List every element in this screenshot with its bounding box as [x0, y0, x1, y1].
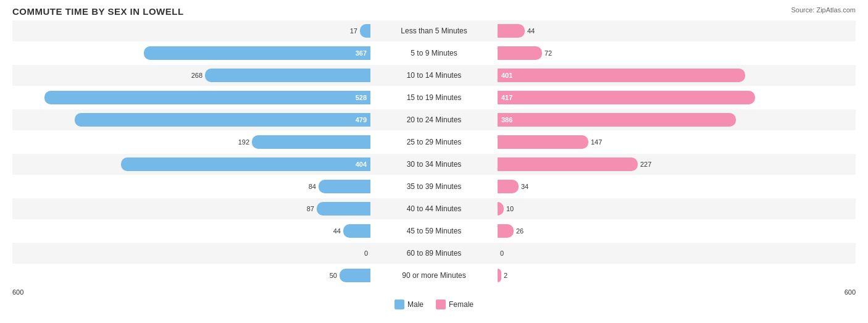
female-value-inside: 417 — [501, 94, 512, 101]
bar-row: 060 to 89 Minutes0 — [12, 243, 856, 264]
row-label: 20 to 24 Minutes — [370, 115, 498, 124]
female-side: 26 — [498, 220, 856, 241]
male-value-outside: 44 — [325, 227, 341, 235]
row-label: 5 to 9 Minutes — [370, 49, 498, 57]
legend-male-box — [394, 300, 404, 309]
legend-male: Male — [394, 300, 424, 309]
male-side: 479 — [12, 109, 370, 130]
female-bar — [498, 46, 542, 60]
female-value-inside: 386 — [501, 116, 512, 124]
female-bar: 386 — [498, 113, 736, 127]
male-bar: 404 — [121, 157, 370, 171]
female-value-inside: 401 — [501, 72, 512, 79]
legend-female-label: Female — [449, 300, 474, 309]
row-label: 45 to 59 Minutes — [370, 227, 498, 235]
male-side: 50 — [12, 265, 370, 286]
bar-row: 40430 to 34 Minutes227 — [12, 154, 856, 175]
male-bar: 479 — [75, 113, 370, 127]
female-bar — [498, 224, 514, 238]
row-label: 25 to 29 Minutes — [370, 138, 498, 146]
bar-row: 52815 to 19 Minutes417 — [12, 87, 856, 108]
female-bar — [498, 157, 638, 171]
female-side: 72 — [498, 43, 856, 64]
x-label-right: 600 — [845, 288, 856, 296]
female-side: 44 — [498, 20, 856, 41]
female-bar: 401 — [498, 69, 745, 82]
male-side: 44 — [12, 220, 370, 241]
female-value-outside: 147 — [591, 138, 606, 146]
female-value-zero: 0 — [500, 250, 504, 257]
female-value-outside: 26 — [516, 227, 532, 235]
male-value-outside: 87 — [299, 205, 314, 212]
male-value-outside: 268 — [187, 72, 202, 79]
male-side: 268 — [12, 65, 370, 86]
male-bar: 528 — [44, 91, 370, 104]
row-label: Less than 5 Minutes — [370, 27, 498, 35]
bar-row: 8435 to 39 Minutes34 — [12, 176, 856, 197]
female-value-outside: 227 — [640, 161, 656, 168]
female-bar — [498, 24, 525, 38]
male-bar — [317, 202, 370, 216]
female-side: 0 — [498, 243, 856, 264]
legend-female: Female — [436, 300, 474, 309]
male-value-inside: 367 — [356, 49, 367, 57]
male-side: 404 — [12, 154, 370, 175]
row-label: 90 or more Minutes — [370, 271, 498, 280]
male-side: 367 — [12, 43, 370, 64]
female-value-outside: 34 — [521, 183, 536, 190]
male-side: 192 — [12, 132, 370, 153]
legend-female-box — [436, 300, 446, 309]
x-axis: 600 600 — [12, 288, 856, 296]
male-side: 87 — [12, 198, 370, 219]
male-bar — [319, 180, 370, 193]
male-side: 528 — [12, 87, 370, 108]
male-side: 17 — [12, 20, 370, 41]
row-label: 10 to 14 Minutes — [370, 71, 498, 80]
male-bar — [252, 135, 370, 149]
male-bar — [205, 69, 370, 82]
male-bar — [343, 224, 370, 238]
bar-row: 3675 to 9 Minutes72 — [12, 43, 856, 64]
source-text: Source: ZipAtlas.com — [791, 6, 856, 14]
male-value-outside: 84 — [301, 183, 316, 190]
legend: Male Female — [12, 300, 856, 309]
row-label: 30 to 34 Minutes — [370, 160, 498, 169]
male-value-inside: 528 — [356, 94, 367, 101]
row-label: 40 to 44 Minutes — [370, 204, 498, 213]
male-side: 0 — [12, 243, 370, 264]
male-value-inside: 404 — [356, 161, 367, 168]
female-bar — [498, 180, 519, 193]
row-label: 15 to 19 Minutes — [370, 93, 498, 102]
chart-container: COMMUTE TIME BY SEX IN LOWELL Source: Zi… — [0, 0, 868, 323]
male-bar: 367 — [144, 46, 370, 60]
male-bar — [340, 269, 370, 282]
female-side: 386 — [498, 109, 856, 130]
female-side: 227 — [498, 154, 856, 175]
female-bar — [498, 135, 588, 149]
male-side: 84 — [12, 176, 370, 197]
female-bar: 417 — [498, 91, 755, 104]
male-bar — [360, 24, 370, 38]
male-value-outside: 192 — [234, 138, 249, 146]
bars-area: 17Less than 5 Minutes443675 to 9 Minutes… — [12, 20, 856, 286]
male-value-outside: 50 — [322, 272, 337, 279]
bar-row: 19225 to 29 Minutes147 — [12, 132, 856, 153]
female-side: 34 — [498, 176, 856, 197]
legend-male-label: Male — [407, 300, 424, 309]
bar-row: 17Less than 5 Minutes44 — [12, 20, 856, 41]
female-side: 10 — [498, 198, 856, 219]
female-value-outside: 44 — [527, 27, 543, 35]
bar-row: 26810 to 14 Minutes401 — [12, 65, 856, 86]
female-side: 2 — [498, 265, 856, 286]
female-value-outside: 72 — [545, 49, 560, 57]
bar-row: 5090 or more Minutes2 — [12, 265, 856, 286]
female-side: 147 — [498, 132, 856, 153]
chart-title: COMMUTE TIME BY SEX IN LOWELL — [12, 6, 856, 17]
female-side: 401 — [498, 65, 856, 86]
female-value-outside: 2 — [504, 272, 519, 279]
female-value-outside: 10 — [506, 205, 522, 212]
bar-row: 47920 to 24 Minutes386 — [12, 109, 856, 130]
male-value-inside: 479 — [356, 116, 367, 124]
female-bar — [498, 269, 501, 282]
male-value-outside: 17 — [342, 27, 357, 35]
